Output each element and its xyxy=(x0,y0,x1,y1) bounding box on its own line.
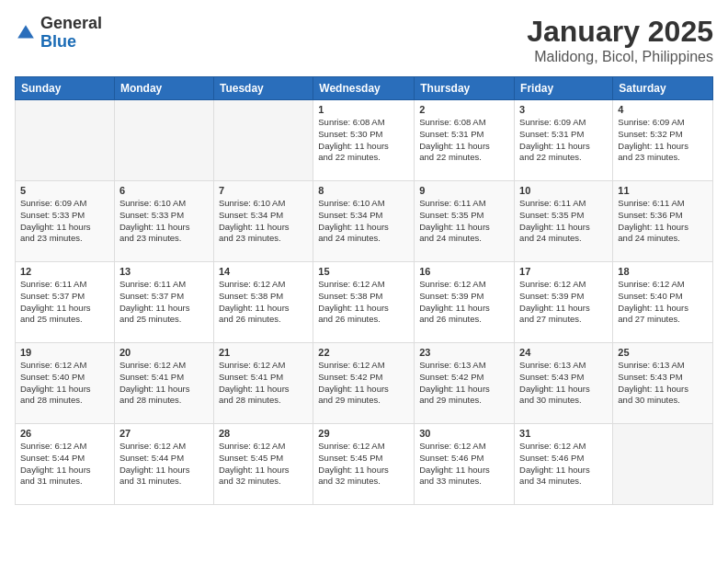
day-info: Sunrise: 6:12 AM Sunset: 5:44 PM Dayligh… xyxy=(119,441,209,488)
calendar-cell: 15Sunrise: 6:12 AM Sunset: 5:38 PM Dayli… xyxy=(313,262,415,343)
day-number: 7 xyxy=(219,185,308,196)
calendar-cell: 21Sunrise: 6:12 AM Sunset: 5:41 PM Dayli… xyxy=(213,343,313,424)
calendar-cell xyxy=(114,100,213,181)
day-info: Sunrise: 6:12 AM Sunset: 5:39 PM Dayligh… xyxy=(519,279,608,326)
day-number: 31 xyxy=(519,428,608,439)
day-number: 15 xyxy=(318,266,409,277)
day-number: 13 xyxy=(119,266,209,277)
day-info: Sunrise: 6:11 AM Sunset: 5:36 PM Dayligh… xyxy=(618,198,708,245)
day-info: Sunrise: 6:08 AM Sunset: 5:30 PM Dayligh… xyxy=(318,117,409,164)
calendar-week-row: 5Sunrise: 6:09 AM Sunset: 5:33 PM Daylig… xyxy=(16,181,713,262)
calendar-cell: 30Sunrise: 6:12 AM Sunset: 5:46 PM Dayli… xyxy=(415,424,515,505)
calendar-cell: 10Sunrise: 6:11 AM Sunset: 5:35 PM Dayli… xyxy=(515,181,613,262)
day-number: 22 xyxy=(318,347,409,358)
day-info: Sunrise: 6:11 AM Sunset: 5:35 PM Dayligh… xyxy=(519,198,608,245)
calendar-cell: 9Sunrise: 6:11 AM Sunset: 5:35 PM Daylig… xyxy=(415,181,515,262)
day-info: Sunrise: 6:11 AM Sunset: 5:37 PM Dayligh… xyxy=(119,279,209,326)
calendar-week-row: 26Sunrise: 6:12 AM Sunset: 5:44 PM Dayli… xyxy=(16,424,713,505)
day-number: 9 xyxy=(419,185,509,196)
day-info: Sunrise: 6:12 AM Sunset: 5:40 PM Dayligh… xyxy=(20,360,109,407)
calendar-cell: 4Sunrise: 6:09 AM Sunset: 5:32 PM Daylig… xyxy=(613,100,713,181)
calendar-week-row: 1Sunrise: 6:08 AM Sunset: 5:30 PM Daylig… xyxy=(16,100,713,181)
calendar-cell xyxy=(613,424,713,505)
weekday-header: Tuesday xyxy=(213,77,313,100)
calendar-cell: 22Sunrise: 6:12 AM Sunset: 5:42 PM Dayli… xyxy=(313,343,415,424)
day-info: Sunrise: 6:12 AM Sunset: 5:41 PM Dayligh… xyxy=(219,360,308,407)
calendar-table: SundayMondayTuesdayWednesdayThursdayFrid… xyxy=(15,76,713,505)
day-info: Sunrise: 6:12 AM Sunset: 5:46 PM Dayligh… xyxy=(419,441,509,488)
day-number: 2 xyxy=(419,104,509,115)
logo-icon xyxy=(15,22,37,44)
day-info: Sunrise: 6:12 AM Sunset: 5:38 PM Dayligh… xyxy=(318,279,409,326)
svg-marker-0 xyxy=(17,25,34,38)
day-number: 10 xyxy=(519,185,608,196)
day-number: 16 xyxy=(419,266,509,277)
day-info: Sunrise: 6:13 AM Sunset: 5:42 PM Dayligh… xyxy=(419,360,509,407)
calendar-cell: 27Sunrise: 6:12 AM Sunset: 5:44 PM Dayli… xyxy=(114,424,213,505)
calendar-cell: 14Sunrise: 6:12 AM Sunset: 5:38 PM Dayli… xyxy=(213,262,313,343)
calendar-cell: 17Sunrise: 6:12 AM Sunset: 5:39 PM Dayli… xyxy=(515,262,613,343)
calendar-cell: 1Sunrise: 6:08 AM Sunset: 5:30 PM Daylig… xyxy=(313,100,415,181)
day-info: Sunrise: 6:12 AM Sunset: 5:41 PM Dayligh… xyxy=(119,360,209,407)
calendar-cell: 12Sunrise: 6:11 AM Sunset: 5:37 PM Dayli… xyxy=(16,262,115,343)
month-title: January 2025 xyxy=(527,15,713,49)
calendar-cell: 31Sunrise: 6:12 AM Sunset: 5:46 PM Dayli… xyxy=(515,424,613,505)
calendar-cell: 23Sunrise: 6:13 AM Sunset: 5:42 PM Dayli… xyxy=(415,343,515,424)
location: Malidong, Bicol, Philippines xyxy=(527,49,713,65)
day-number: 23 xyxy=(419,347,509,358)
day-info: Sunrise: 6:13 AM Sunset: 5:43 PM Dayligh… xyxy=(519,360,608,407)
day-number: 5 xyxy=(20,185,109,196)
calendar-cell: 18Sunrise: 6:12 AM Sunset: 5:40 PM Dayli… xyxy=(613,262,713,343)
calendar-cell: 25Sunrise: 6:13 AM Sunset: 5:43 PM Dayli… xyxy=(613,343,713,424)
day-number: 26 xyxy=(20,428,109,439)
calendar-cell: 28Sunrise: 6:12 AM Sunset: 5:45 PM Dayli… xyxy=(213,424,313,505)
weekday-header: Monday xyxy=(114,77,213,100)
day-info: Sunrise: 6:08 AM Sunset: 5:31 PM Dayligh… xyxy=(419,117,509,164)
calendar-week-row: 12Sunrise: 6:11 AM Sunset: 5:37 PM Dayli… xyxy=(16,262,713,343)
calendar-cell: 3Sunrise: 6:09 AM Sunset: 5:31 PM Daylig… xyxy=(515,100,613,181)
calendar-cell: 2Sunrise: 6:08 AM Sunset: 5:31 PM Daylig… xyxy=(415,100,515,181)
day-number: 21 xyxy=(219,347,308,358)
day-info: Sunrise: 6:11 AM Sunset: 5:37 PM Dayligh… xyxy=(20,279,109,326)
day-info: Sunrise: 6:12 AM Sunset: 5:38 PM Dayligh… xyxy=(219,279,308,326)
day-info: Sunrise: 6:12 AM Sunset: 5:42 PM Dayligh… xyxy=(318,360,409,407)
weekday-header: Saturday xyxy=(613,77,713,100)
day-number: 12 xyxy=(20,266,109,277)
logo-general: General xyxy=(40,15,102,33)
day-number: 25 xyxy=(618,347,708,358)
calendar-week-row: 19Sunrise: 6:12 AM Sunset: 5:40 PM Dayli… xyxy=(16,343,713,424)
day-info: Sunrise: 6:12 AM Sunset: 5:44 PM Dayligh… xyxy=(20,441,109,488)
calendar-cell: 13Sunrise: 6:11 AM Sunset: 5:37 PM Dayli… xyxy=(114,262,213,343)
calendar-cell xyxy=(213,100,313,181)
day-number: 24 xyxy=(519,347,608,358)
calendar-cell: 7Sunrise: 6:10 AM Sunset: 5:34 PM Daylig… xyxy=(213,181,313,262)
calendar-cell: 8Sunrise: 6:10 AM Sunset: 5:34 PM Daylig… xyxy=(313,181,415,262)
day-info: Sunrise: 6:10 AM Sunset: 5:34 PM Dayligh… xyxy=(318,198,409,245)
day-number: 18 xyxy=(618,266,708,277)
day-info: Sunrise: 6:10 AM Sunset: 5:33 PM Dayligh… xyxy=(119,198,209,245)
calendar-cell: 16Sunrise: 6:12 AM Sunset: 5:39 PM Dayli… xyxy=(415,262,515,343)
calendar-cell: 19Sunrise: 6:12 AM Sunset: 5:40 PM Dayli… xyxy=(16,343,115,424)
day-number: 17 xyxy=(519,266,608,277)
title-block: January 2025 Malidong, Bicol, Philippine… xyxy=(527,15,713,65)
day-number: 8 xyxy=(318,185,409,196)
day-info: Sunrise: 6:12 AM Sunset: 5:39 PM Dayligh… xyxy=(419,279,509,326)
day-info: Sunrise: 6:12 AM Sunset: 5:46 PM Dayligh… xyxy=(519,441,608,488)
calendar-cell: 6Sunrise: 6:10 AM Sunset: 5:33 PM Daylig… xyxy=(114,181,213,262)
day-number: 28 xyxy=(219,428,308,439)
day-info: Sunrise: 6:13 AM Sunset: 5:43 PM Dayligh… xyxy=(618,360,708,407)
logo-text: General Blue xyxy=(40,15,102,52)
day-info: Sunrise: 6:10 AM Sunset: 5:34 PM Dayligh… xyxy=(219,198,308,245)
weekday-header: Thursday xyxy=(415,77,515,100)
calendar-cell xyxy=(16,100,115,181)
day-info: Sunrise: 6:11 AM Sunset: 5:35 PM Dayligh… xyxy=(419,198,509,245)
day-number: 29 xyxy=(318,428,409,439)
logo: General Blue xyxy=(15,15,102,52)
day-number: 19 xyxy=(20,347,109,358)
page-header: General Blue January 2025 Malidong, Bico… xyxy=(15,15,713,65)
calendar-cell: 29Sunrise: 6:12 AM Sunset: 5:45 PM Dayli… xyxy=(313,424,415,505)
day-number: 30 xyxy=(419,428,509,439)
weekday-header: Friday xyxy=(515,77,613,100)
calendar-cell: 24Sunrise: 6:13 AM Sunset: 5:43 PM Dayli… xyxy=(515,343,613,424)
day-info: Sunrise: 6:12 AM Sunset: 5:45 PM Dayligh… xyxy=(219,441,308,488)
